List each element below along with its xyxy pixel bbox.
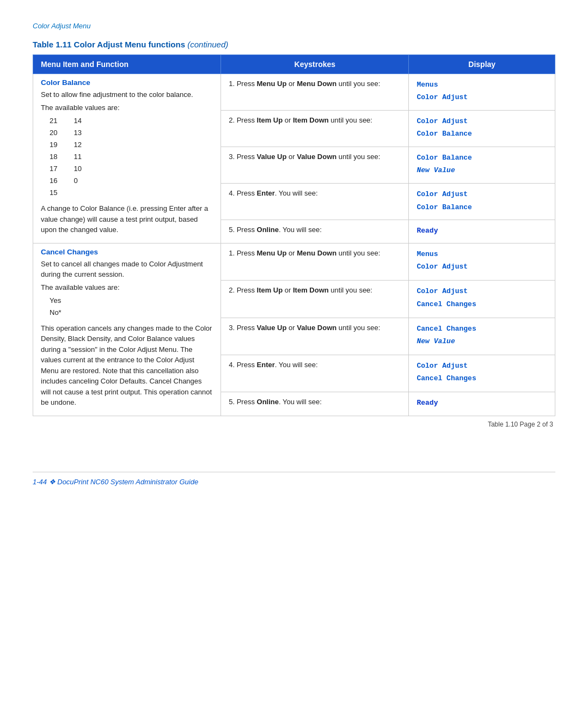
table-row: Color BalanceSet to allow fine adjustmen… <box>33 74 555 111</box>
display-cell-0-3: Color AdjustColor Balance <box>409 184 555 220</box>
display-cell-1-4: Ready <box>409 392 555 416</box>
menu-item-title-0: Color Balance <box>41 78 213 87</box>
main-table: Menu Item and Function Keystrokes Displa… <box>33 54 555 416</box>
display-cell-1-2: Cancel ChangesNew Value <box>409 318 555 355</box>
page-subtitle: Color Adjust Menu <box>33 22 555 30</box>
keystroke-cell-1-4: 5. Press Online. You will see: <box>221 392 409 416</box>
keystroke-cell-1-1: 2. Press Item Up or Item Down until you … <box>221 281 409 318</box>
table-footnote: Table 1.10 Page 2 of 3 <box>33 421 555 428</box>
table-title: Table 1.11 Color Adjust Menu functions (… <box>33 40 555 49</box>
menu-item-cell-1: Cancel ChangesSet to cancel all changes … <box>33 243 221 416</box>
keystroke-cell-0-3: 4. Press Enter. You will see: <box>221 184 409 220</box>
keystroke-cell-0-1: 2. Press Item Up or Item Down until you … <box>221 111 409 147</box>
keystroke-cell-0-4: 5. Press Online. You will see: <box>221 220 409 243</box>
display-cell-0-4: Ready <box>409 220 555 243</box>
keystroke-cell-0-2: 3. Press Value Up or Value Down until yo… <box>221 147 409 184</box>
col-header-menu: Menu Item and Function <box>33 55 221 74</box>
menu-item-title-1: Cancel Changes <box>41 248 213 256</box>
display-cell-0-0: MenusColor Adjust <box>409 74 555 111</box>
display-cell-0-1: Color AdjustColor Balance <box>409 111 555 147</box>
col-header-display: Display <box>409 55 555 74</box>
keystroke-cell-1-0: 1. Press Menu Up or Menu Down until you … <box>221 243 409 280</box>
keystroke-cell-0-0: 1. Press Menu Up or Menu Down until you … <box>221 74 409 111</box>
display-cell-1-1: Color AdjustCancel Changes <box>409 281 555 318</box>
display-cell-0-2: Color BalanceNew Value <box>409 147 555 184</box>
keystroke-cell-1-2: 3. Press Value Up or Value Down until yo… <box>221 318 409 355</box>
display-cell-1-3: Color AdjustCancel Changes <box>409 355 555 392</box>
menu-item-cell-0: Color BalanceSet to allow fine adjustmen… <box>33 74 221 244</box>
display-cell-1-0: MenusColor Adjust <box>409 243 555 280</box>
page-footer: 1-44 ❖ DocuPrint NC60 System Administrat… <box>33 472 555 486</box>
keystroke-cell-1-3: 4. Press Enter. You will see: <box>221 355 409 392</box>
col-header-keystrokes: Keystrokes <box>221 55 409 74</box>
table-row: Cancel ChangesSet to cancel all changes … <box>33 243 555 280</box>
